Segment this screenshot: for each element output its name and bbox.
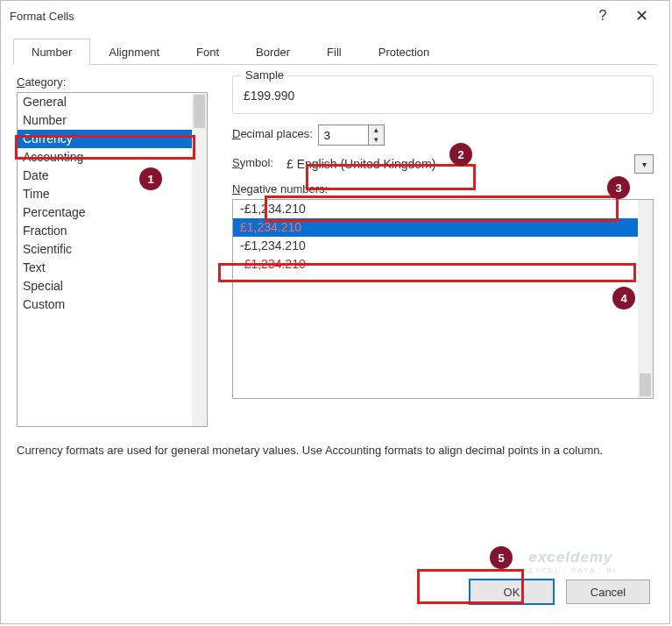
- dialog-title: Format Cells: [10, 10, 74, 23]
- list-item[interactable]: Currency: [18, 130, 207, 148]
- decimal-places-spinner[interactable]: ▲ ▼: [318, 124, 385, 146]
- scrollbar[interactable]: [638, 200, 653, 398]
- list-item[interactable]: Number: [18, 111, 207, 130]
- list-item[interactable]: £1,234.210: [233, 218, 653, 237]
- watermark: exceldemy EXCEL · DATA · BI: [528, 549, 617, 574]
- spinner-up-icon[interactable]: ▲: [369, 125, 384, 135]
- list-item[interactable]: -£1,234.210: [233, 255, 653, 274]
- close-button[interactable]: ✕: [622, 3, 661, 29]
- negative-numbers-label: Negative numbers:: [232, 182, 654, 196]
- titlebar: Format Cells ? ✕: [1, 1, 669, 31]
- tab-number[interactable]: Number: [13, 39, 90, 65]
- spinner-down-icon[interactable]: ▼: [369, 135, 384, 145]
- ok-button[interactable]: OK: [470, 580, 554, 604]
- tab-font[interactable]: Font: [178, 39, 237, 65]
- list-item[interactable]: Custom: [18, 295, 207, 314]
- symbol-label: Symbol:: [232, 156, 273, 169]
- tab-alignment[interactable]: Alignment: [90, 39, 178, 65]
- list-item[interactable]: -£1,234.210: [233, 237, 653, 255]
- list-item[interactable]: Fraction: [18, 222, 207, 240]
- tabs: Number Alignment Font Border Fill Protec…: [13, 38, 657, 65]
- list-item[interactable]: Time: [18, 185, 207, 203]
- list-item[interactable]: Special: [18, 277, 207, 295]
- description-text: Currency formats are used for general mo…: [17, 427, 654, 459]
- scrollbar[interactable]: [192, 93, 207, 426]
- list-item[interactable]: Scientific: [18, 240, 207, 259]
- category-listbox[interactable]: General Number Currency Accounting Date …: [17, 92, 208, 427]
- format-cells-dialog: Format Cells ? ✕ Number Alignment Font B…: [0, 0, 670, 624]
- badge-5: 5: [490, 546, 513, 569]
- list-item[interactable]: General: [18, 93, 207, 111]
- list-item[interactable]: Date: [18, 167, 207, 185]
- list-item[interactable]: Text: [18, 259, 207, 277]
- decimal-places-input[interactable]: [319, 125, 368, 145]
- symbol-dropdown-button[interactable]: ▾: [634, 154, 654, 174]
- sample-legend: Sample: [242, 68, 287, 82]
- list-item[interactable]: -£1,234.210: [233, 200, 653, 218]
- list-item[interactable]: Accounting: [18, 148, 207, 167]
- decimal-places-label: Decimal places:: [232, 127, 313, 140]
- chevron-down-icon: ▾: [642, 160, 647, 169]
- list-item[interactable]: Percentage: [18, 203, 207, 222]
- negative-numbers-listbox[interactable]: -£1,234.210 £1,234.210 -£1,234.210 -£1,2…: [232, 199, 654, 399]
- category-label: Category:: [17, 75, 208, 89]
- sample-value: £199.990: [244, 85, 642, 103]
- symbol-value[interactable]: £ English (United Kingdom): [279, 153, 631, 175]
- tab-protection[interactable]: Protection: [360, 39, 449, 65]
- cancel-button[interactable]: Cancel: [566, 580, 650, 604]
- tab-fill[interactable]: Fill: [308, 39, 360, 65]
- help-button[interactable]: ?: [584, 3, 622, 29]
- sample-box: Sample £199.990: [232, 75, 654, 114]
- tab-border[interactable]: Border: [237, 39, 308, 65]
